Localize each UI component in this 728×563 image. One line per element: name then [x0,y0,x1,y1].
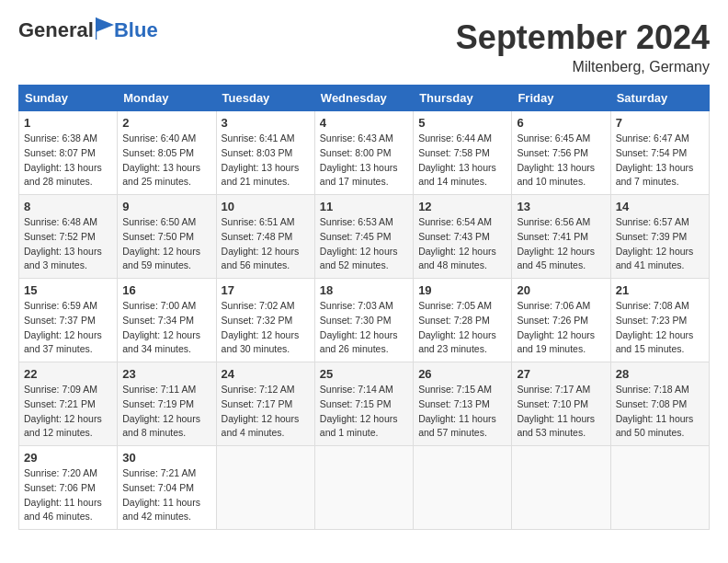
day-number: 27 [517,367,605,381]
day-number: 14 [616,200,704,213]
day-number: 16 [122,283,210,297]
day-number: 12 [418,200,506,213]
day-number: 28 [616,367,704,381]
logo-general: General [18,18,94,42]
calendar-cell: 6Sunrise: 6:45 AMSunset: 7:56 PMDaylight… [512,111,610,195]
weekday-header-monday: Monday [118,86,216,111]
calendar-cell: 30Sunrise: 7:21 AMSunset: 7:04 PMDayligh… [118,446,216,530]
weekday-header-sunday: Sunday [19,86,118,111]
calendar-week-row: 29Sunrise: 7:20 AMSunset: 7:06 PMDayligh… [19,446,710,530]
calendar-cell: 7Sunrise: 6:47 AMSunset: 7:54 PMDaylight… [610,111,709,195]
logo-blue: Blue [114,18,158,42]
calendar-cell: 3Sunrise: 6:41 AMSunset: 8:03 PMDaylight… [216,111,314,195]
day-number: 20 [517,283,605,297]
day-number: 9 [122,200,210,213]
day-number: 1 [24,116,112,130]
calendar-week-row: 1Sunrise: 6:38 AMSunset: 8:07 PMDaylight… [19,111,710,195]
day-info: Sunrise: 6:38 AMSunset: 8:07 PMDaylight:… [24,132,112,190]
day-info: Sunrise: 6:47 AMSunset: 7:54 PMDaylight:… [616,132,704,190]
day-info: Sunrise: 6:59 AMSunset: 7:37 PMDaylight:… [24,299,112,357]
calendar-cell [610,446,709,530]
calendar-header: SundayMondayTuesdayWednesdayThursdayFrid… [19,86,710,111]
calendar-cell: 17Sunrise: 7:02 AMSunset: 7:32 PMDayligh… [216,279,314,362]
weekday-header-friday: Friday [512,86,610,111]
calendar-cell: 13Sunrise: 6:56 AMSunset: 7:41 PMDayligh… [512,195,610,279]
calendar-cell: 27Sunrise: 7:17 AMSunset: 7:10 PMDayligh… [512,362,610,446]
calendar-cell: 5Sunrise: 6:44 AMSunset: 7:58 PMDaylight… [414,111,512,195]
day-info: Sunrise: 7:11 AMSunset: 7:19 PMDaylight:… [122,383,210,441]
calendar-cell: 4Sunrise: 6:43 AMSunset: 8:00 PMDaylight… [314,111,413,195]
calendar-cell: 19Sunrise: 7:05 AMSunset: 7:28 PMDayligh… [414,279,512,362]
day-info: Sunrise: 6:54 AMSunset: 7:43 PMDaylight:… [418,215,506,273]
day-info: Sunrise: 6:51 AMSunset: 7:48 PMDaylight:… [222,215,310,273]
day-info: Sunrise: 6:43 AMSunset: 8:00 PMDaylight:… [320,132,408,190]
day-info: Sunrise: 7:00 AMSunset: 7:34 PMDaylight:… [122,299,210,357]
calendar-cell: 25Sunrise: 7:14 AMSunset: 7:15 PMDayligh… [314,362,413,446]
calendar-table: SundayMondayTuesdayWednesdayThursdayFrid… [18,85,710,530]
calendar-cell: 15Sunrise: 6:59 AMSunset: 7:37 PMDayligh… [19,279,118,362]
location-title: Miltenberg, Germany [456,59,710,75]
day-number: 4 [320,116,408,130]
svg-marker-0 [96,17,114,32]
day-info: Sunrise: 7:05 AMSunset: 7:28 PMDaylight:… [418,299,506,357]
calendar-cell: 9Sunrise: 6:50 AMSunset: 7:50 PMDaylight… [118,195,216,279]
weekday-header-wednesday: Wednesday [314,86,413,111]
calendar-week-row: 15Sunrise: 6:59 AMSunset: 7:37 PMDayligh… [19,279,710,362]
day-number: 26 [418,367,506,381]
day-info: Sunrise: 6:53 AMSunset: 7:45 PMDaylight:… [320,215,408,273]
calendar-cell: 23Sunrise: 7:11 AMSunset: 7:19 PMDayligh… [118,362,216,446]
day-number: 7 [616,116,704,130]
day-number: 29 [24,451,112,465]
day-info: Sunrise: 7:20 AMSunset: 7:06 PMDaylight:… [24,466,112,524]
logo: General Blue [18,18,158,42]
day-number: 21 [616,283,704,297]
weekday-header-row: SundayMondayTuesdayWednesdayThursdayFrid… [19,86,710,111]
calendar-body: 1Sunrise: 6:38 AMSunset: 8:07 PMDaylight… [19,111,710,530]
day-info: Sunrise: 6:45 AMSunset: 7:56 PMDaylight:… [517,132,605,190]
day-number: 15 [24,283,112,297]
day-number: 13 [517,200,605,213]
day-info: Sunrise: 7:09 AMSunset: 7:21 PMDaylight:… [24,383,112,441]
day-info: Sunrise: 6:44 AMSunset: 7:58 PMDaylight:… [418,132,506,190]
day-number: 5 [418,116,506,130]
calendar-cell: 20Sunrise: 7:06 AMSunset: 7:26 PMDayligh… [512,279,610,362]
weekday-header-thursday: Thursday [414,86,512,111]
calendar-cell: 28Sunrise: 7:18 AMSunset: 7:08 PMDayligh… [610,362,709,446]
day-info: Sunrise: 7:02 AMSunset: 7:32 PMDaylight:… [222,299,310,357]
day-info: Sunrise: 7:08 AMSunset: 7:23 PMDaylight:… [616,299,704,357]
month-title: September 2024 [456,18,710,57]
calendar-cell: 11Sunrise: 6:53 AMSunset: 7:45 PMDayligh… [314,195,413,279]
calendar-cell: 2Sunrise: 6:40 AMSunset: 8:05 PMDaylight… [118,111,216,195]
day-number: 11 [320,200,408,213]
calendar-week-row: 22Sunrise: 7:09 AMSunset: 7:21 PMDayligh… [19,362,710,446]
calendar-cell: 22Sunrise: 7:09 AMSunset: 7:21 PMDayligh… [19,362,118,446]
calendar-cell: 1Sunrise: 6:38 AMSunset: 8:07 PMDaylight… [19,111,118,195]
day-number: 17 [222,283,310,297]
day-number: 30 [122,451,210,465]
weekday-header-saturday: Saturday [610,86,709,111]
day-number: 22 [24,367,112,381]
page-header: General Blue September 2024 Miltenberg, … [18,18,710,75]
calendar-cell: 21Sunrise: 7:08 AMSunset: 7:23 PMDayligh… [610,279,709,362]
calendar-cell: 18Sunrise: 7:03 AMSunset: 7:30 PMDayligh… [314,279,413,362]
day-info: Sunrise: 6:41 AMSunset: 8:03 PMDaylight:… [222,132,310,190]
day-info: Sunrise: 6:56 AMSunset: 7:41 PMDaylight:… [517,215,605,273]
day-number: 2 [122,116,210,130]
calendar-cell: 16Sunrise: 7:00 AMSunset: 7:34 PMDayligh… [118,279,216,362]
logo-flag-icon [96,17,114,40]
calendar-cell [512,446,610,530]
calendar-cell: 14Sunrise: 6:57 AMSunset: 7:39 PMDayligh… [610,195,709,279]
day-info: Sunrise: 7:18 AMSunset: 7:08 PMDaylight:… [616,383,704,441]
day-number: 3 [222,116,310,130]
day-info: Sunrise: 6:57 AMSunset: 7:39 PMDaylight:… [616,215,704,273]
day-number: 23 [122,367,210,381]
calendar-cell [414,446,512,530]
calendar-cell: 24Sunrise: 7:12 AMSunset: 7:17 PMDayligh… [216,362,314,446]
calendar-week-row: 8Sunrise: 6:48 AMSunset: 7:52 PMDaylight… [19,195,710,279]
calendar-cell: 10Sunrise: 6:51 AMSunset: 7:48 PMDayligh… [216,195,314,279]
day-info: Sunrise: 6:48 AMSunset: 7:52 PMDaylight:… [24,215,112,273]
calendar-cell: 26Sunrise: 7:15 AMSunset: 7:13 PMDayligh… [414,362,512,446]
day-info: Sunrise: 7:17 AMSunset: 7:10 PMDaylight:… [517,383,605,441]
day-number: 6 [517,116,605,130]
day-number: 8 [24,200,112,213]
